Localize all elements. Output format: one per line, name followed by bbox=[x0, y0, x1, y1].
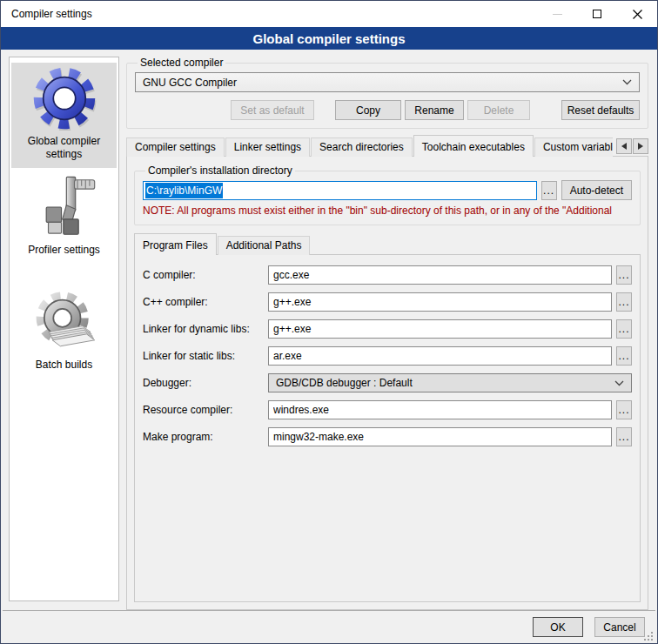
field-row-linker-dynamic: Linker for dynamic libs: ... bbox=[143, 319, 632, 339]
field-label: C compiler: bbox=[143, 269, 268, 281]
field-label: C++ compiler: bbox=[143, 296, 268, 308]
selected-compiler-legend: Selected compiler bbox=[138, 57, 225, 69]
maximize-icon bbox=[593, 10, 601, 18]
cpp-compiler-input[interactable] bbox=[268, 292, 612, 312]
close-icon bbox=[633, 10, 642, 19]
settings-sidebar: Global compiler settings bbox=[9, 57, 119, 601]
compiler-select-value: GNU GCC Compiler bbox=[143, 77, 622, 89]
make-program-input[interactable] bbox=[268, 427, 612, 446]
resize-grip[interactable] bbox=[642, 630, 654, 641]
sidebar-item-label: Profiler settings bbox=[28, 244, 100, 257]
minimize-button[interactable] bbox=[537, 1, 577, 27]
tab-search-directories[interactable]: Search directories bbox=[311, 138, 413, 157]
tab-scroll-left-button[interactable] bbox=[616, 138, 632, 154]
sidebar-item-global-compiler-settings[interactable]: Global compiler settings bbox=[11, 63, 117, 168]
field-label: Debugger: bbox=[143, 377, 268, 389]
resource-compiler-input[interactable] bbox=[268, 400, 612, 419]
field-row-linker-static: Linker for static libs: ... bbox=[143, 346, 632, 366]
field-label: Linker for static libs: bbox=[143, 350, 268, 362]
toolchain-executables-panel: Compiler's installation directory C:\ray… bbox=[126, 156, 648, 610]
program-files-tabstrip: Program Files Additional Paths bbox=[134, 233, 641, 255]
installation-directory-row: C:\raylib\MinGW ... Auto-detect bbox=[143, 180, 632, 200]
field-row-c-compiler: C compiler: ... bbox=[143, 265, 632, 285]
linker-dynamic-input[interactable] bbox=[268, 319, 612, 339]
delete-button[interactable]: Delete bbox=[467, 100, 530, 120]
caliper-icon bbox=[32, 175, 97, 239]
blue-gear-icon bbox=[32, 66, 97, 131]
window-title: Compiler settings bbox=[1, 8, 537, 20]
linker-dynamic-browse-button[interactable]: ... bbox=[616, 319, 632, 339]
copy-button[interactable]: Copy bbox=[335, 100, 401, 120]
tab-scroll-right-button[interactable] bbox=[633, 138, 648, 154]
compiler-settings-dialog: Compiler settings Global compiler settin… bbox=[0, 0, 658, 644]
page-title: Global compiler settings bbox=[1, 27, 657, 50]
settings-content: Selected compiler GNU GCC Compiler Set a… bbox=[126, 57, 648, 610]
install-dir-input[interactable]: C:\raylib\MinGW bbox=[143, 181, 537, 200]
install-dir-selected-text: C:\raylib\MinGW bbox=[145, 183, 223, 198]
sidebar-item-label: Global compiler settings bbox=[13, 135, 115, 161]
sidebar-item-label: Batch builds bbox=[36, 359, 92, 372]
make-program-browse-button[interactable]: ... bbox=[616, 427, 632, 446]
titlebar: Compiler settings bbox=[1, 1, 657, 27]
tab-additional-paths[interactable]: Additional Paths bbox=[218, 236, 311, 255]
gray-gear-paper-stack-icon bbox=[32, 290, 97, 354]
debugger-select[interactable]: GDB/CDB debugger : Default bbox=[268, 373, 632, 392]
close-button[interactable] bbox=[617, 1, 657, 27]
sidebar-item-profiler-settings[interactable]: Profiler settings bbox=[11, 171, 117, 264]
compiler-buttons-row: Set as default Copy Rename Delete Reset … bbox=[135, 100, 640, 120]
set-as-default-button[interactable]: Set as default bbox=[231, 100, 314, 120]
installation-directory-group: Compiler's installation directory C:\ray… bbox=[134, 164, 641, 225]
resource-compiler-browse-button[interactable]: ... bbox=[616, 400, 632, 419]
ok-button[interactable]: OK bbox=[533, 617, 583, 637]
auto-detect-button[interactable]: Auto-detect bbox=[561, 180, 632, 200]
rename-button[interactable]: Rename bbox=[405, 100, 464, 120]
tab-program-files[interactable]: Program Files bbox=[134, 233, 217, 255]
compiler-select[interactable]: GNU GCC Compiler bbox=[135, 72, 640, 92]
inner-tabs-view: Program Files Additional Paths bbox=[134, 233, 639, 255]
field-row-resource-compiler: Resource compiler: ... bbox=[143, 400, 632, 419]
field-row-debugger: Debugger: GDB/CDB debugger : Default bbox=[143, 373, 632, 392]
dialog-footer: OK Cancel bbox=[3, 610, 655, 643]
chevron-down-icon bbox=[614, 380, 624, 386]
chevron-down-icon bbox=[622, 79, 632, 85]
program-files-panel: C compiler: ... C++ compiler: ... Linker… bbox=[134, 254, 641, 602]
tabs-view: Compiler settings Linker settings Search… bbox=[126, 135, 613, 157]
installation-directory-legend: Compiler's installation directory bbox=[145, 164, 295, 177]
tab-custom-variables[interactable]: Custom variables bbox=[534, 138, 613, 157]
field-row-cpp-compiler: C++ compiler: ... bbox=[143, 292, 632, 312]
minimize-icon bbox=[553, 14, 562, 15]
linker-static-browse-button[interactable]: ... bbox=[616, 346, 632, 366]
arrow-left-icon bbox=[621, 143, 627, 150]
install-dir-note: NOTE: All programs must exist either in … bbox=[143, 205, 632, 217]
sidebar-item-batch-builds[interactable]: Batch builds bbox=[11, 286, 117, 379]
cpp-compiler-browse-button[interactable]: ... bbox=[616, 292, 632, 312]
program-files-notebook: Program Files Additional Paths C compile… bbox=[134, 233, 641, 602]
field-row-make-program: Make program: ... bbox=[143, 427, 632, 446]
settings-tabstrip: Compiler settings Linker settings Search… bbox=[126, 135, 648, 157]
selected-compiler-group: Selected compiler GNU GCC Compiler Set a… bbox=[126, 57, 648, 129]
linker-static-input[interactable] bbox=[268, 346, 612, 366]
tab-scroll-controls bbox=[616, 138, 648, 154]
c-compiler-browse-button[interactable]: ... bbox=[616, 265, 632, 285]
c-compiler-input[interactable] bbox=[268, 265, 612, 285]
field-label: Resource compiler: bbox=[143, 404, 268, 416]
tab-toolchain-executables[interactable]: Toolchain executables bbox=[413, 135, 534, 157]
field-label: Make program: bbox=[143, 431, 268, 443]
install-dir-browse-button[interactable]: ... bbox=[541, 181, 557, 200]
reset-defaults-button[interactable]: Reset defaults bbox=[561, 100, 640, 120]
tab-linker-settings[interactable]: Linker settings bbox=[225, 138, 310, 157]
field-label: Linker for dynamic libs: bbox=[143, 323, 268, 335]
cancel-button[interactable]: Cancel bbox=[594, 617, 645, 637]
dialog-body: Global compiler settings bbox=[1, 50, 657, 610]
maximize-button[interactable] bbox=[577, 1, 617, 27]
debugger-select-value: GDB/CDB debugger : Default bbox=[276, 377, 614, 389]
arrow-right-icon bbox=[638, 143, 643, 150]
tab-compiler-settings[interactable]: Compiler settings bbox=[126, 138, 225, 157]
